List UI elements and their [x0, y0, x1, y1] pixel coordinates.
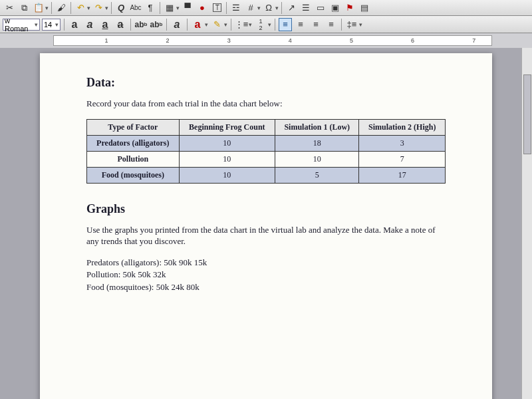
- horizontal-ruler[interactable]: 1 2 3 4 5 6 7: [53, 35, 492, 46]
- document-page[interactable]: Data: Record your data from each trial i…: [40, 53, 492, 399]
- bullet-list-button[interactable]: ⋮≡: [235, 18, 248, 31]
- graph-line: Pollution: 50k 50k 32k: [86, 269, 446, 281]
- ruler-tick: 7: [472, 37, 475, 44]
- font-color-dropdown[interactable]: ▾: [205, 21, 208, 28]
- pagenum-dropdown[interactable]: ▾: [257, 5, 261, 11]
- book-icon[interactable]: ▣: [329, 1, 342, 15]
- paste-icon[interactable]: 📋: [32, 1, 45, 15]
- font-color-button[interactable]: a: [191, 18, 204, 31]
- cell-value: 18: [275, 135, 358, 151]
- page-icon[interactable]: ▭: [314, 1, 327, 15]
- bookmark-icon[interactable]: ⚑: [343, 1, 356, 15]
- th-sim1: Simulation 1 (Low): [275, 119, 358, 135]
- align-justify-button[interactable]: ≡: [325, 18, 338, 31]
- table-dropdown[interactable]: ▾: [176, 5, 180, 11]
- vertical-scrollbar[interactable]: [521, 48, 532, 399]
- case-button[interactable]: a: [170, 18, 184, 31]
- table-header-row: Type of Factor Beginning Frog Count Simu…: [87, 119, 446, 135]
- ruler-area: 1 2 3 4 5 6 7: [0, 33, 532, 48]
- highlight-button[interactable]: ✎: [210, 18, 223, 31]
- font-name-select[interactable]: w Roman ▾: [3, 19, 40, 31]
- italic-button[interactable]: a: [83, 18, 96, 31]
- text-frame-icon[interactable]: 🅃: [210, 1, 223, 15]
- underline-button[interactable]: a: [98, 18, 112, 31]
- bold-button[interactable]: a: [68, 18, 81, 31]
- omega-icon[interactable]: Ω: [262, 1, 275, 15]
- paragraph-data-intro: Record your data from each trial in the …: [86, 98, 446, 110]
- font-size-value: 14: [44, 21, 52, 29]
- line-spacing-button[interactable]: ‡≡: [345, 18, 358, 31]
- align-left-button[interactable]: ≡: [279, 18, 292, 31]
- cell-value: 5: [275, 167, 358, 183]
- ruler-tick: 3: [227, 37, 231, 44]
- format-paint-icon[interactable]: 🖌: [55, 1, 68, 15]
- copy-icon[interactable]: ⧉: [17, 1, 31, 15]
- insert-table-icon[interactable]: ▦: [163, 1, 176, 15]
- heading-data: Data:: [86, 76, 446, 90]
- ruler-tick: 2: [166, 37, 170, 44]
- align-right-button[interactable]: ≡: [309, 18, 323, 31]
- cell-value: 10: [179, 151, 275, 167]
- subscript-button[interactable]: abb: [150, 18, 163, 31]
- align-center-button[interactable]: ≡: [294, 18, 307, 31]
- redo-icon[interactable]: ↷: [92, 1, 105, 15]
- cell-value: 7: [359, 151, 446, 167]
- table-row: Food (mosquitoes) 10 5 17: [87, 167, 446, 183]
- paragraph-graphs-intro: Use the graphs you printed from the data…: [86, 224, 446, 247]
- data-table: Type of Factor Beginning Frog Count Simu…: [86, 119, 446, 184]
- spellcheck-icon[interactable]: Abc: [129, 1, 142, 15]
- th-begin: Beginning Frog Count: [179, 119, 275, 135]
- cell-value: 3: [359, 135, 446, 151]
- ruler-tick: 4: [289, 37, 292, 44]
- arrow-icon[interactable]: ↗: [285, 1, 298, 15]
- graph-line: Predators (alligators): 50k 90k 15k: [86, 257, 446, 269]
- heading-graphs: Graphs: [86, 202, 446, 216]
- th-factor: Type of Factor: [87, 119, 180, 135]
- strike-button[interactable]: a: [114, 18, 127, 31]
- insert-chart-icon[interactable]: ▀: [181, 1, 194, 15]
- th-sim2: Simulation 2 (High): [359, 119, 446, 135]
- omega-dropdown[interactable]: ▾: [275, 5, 279, 11]
- undo-dropdown[interactable]: ▾: [87, 5, 90, 11]
- cell-value: 17: [359, 167, 446, 183]
- number-list-button[interactable]: 12: [254, 18, 267, 31]
- font-name-value: w Roman: [5, 17, 35, 33]
- stack-icon[interactable]: ☰: [299, 1, 313, 15]
- redo-dropdown[interactable]: ▾: [105, 5, 108, 11]
- font-size-select[interactable]: 14 ▾: [42, 19, 61, 31]
- record-icon[interactable]: ●: [196, 1, 209, 15]
- cut-icon[interactable]: ✂: [3, 1, 16, 15]
- cell-value: 10: [275, 151, 358, 167]
- document-workspace: Data: Record your data from each trial i…: [0, 48, 532, 399]
- standard-toolbar: ✂ ⧉ 📋▾ 🖌 ↶▾ ↷▾ Q Abc ¶ ▦▾ ▀ ● 🅃 ☲ #▾ Ω▾ …: [0, 0, 532, 16]
- ruler-tick: 1: [104, 37, 108, 44]
- superscript-button[interactable]: abb: [134, 18, 148, 31]
- page-number-icon[interactable]: #: [244, 1, 257, 15]
- graph-data-lines: Predators (alligators): 50k 90k 15k Poll…: [86, 257, 446, 295]
- pilcrow-icon[interactable]: ¶: [144, 1, 157, 15]
- align-tool-icon[interactable]: ☲: [229, 1, 243, 15]
- table-row: Predators (alligators) 10 18 3: [87, 135, 446, 151]
- bold-q-icon[interactable]: Q: [114, 1, 128, 15]
- ruler-tick: 6: [411, 37, 414, 44]
- cell-value: 10: [179, 135, 275, 151]
- graph-line: Food (mosquitoes): 50k 24k 80k: [86, 281, 446, 294]
- page2-icon[interactable]: ▤: [358, 1, 371, 15]
- paste-dropdown[interactable]: ▾: [45, 5, 49, 11]
- cell-value: 10: [179, 167, 275, 183]
- scrollbar-thumb[interactable]: [523, 74, 531, 154]
- table-row: Pollution 10 10 7: [87, 151, 446, 167]
- cell-label: Food (mosquitoes): [87, 167, 180, 183]
- cell-label: Predators (alligators): [87, 135, 180, 151]
- cell-label: Pollution: [87, 151, 180, 167]
- ruler-tick: 5: [350, 37, 353, 44]
- formatting-toolbar: w Roman ▾ 14 ▾ a a a a abb abb a a▾ ✎▾ ⋮…: [0, 16, 532, 33]
- undo-icon[interactable]: ↶: [74, 1, 87, 15]
- highlight-dropdown[interactable]: ▾: [224, 21, 227, 28]
